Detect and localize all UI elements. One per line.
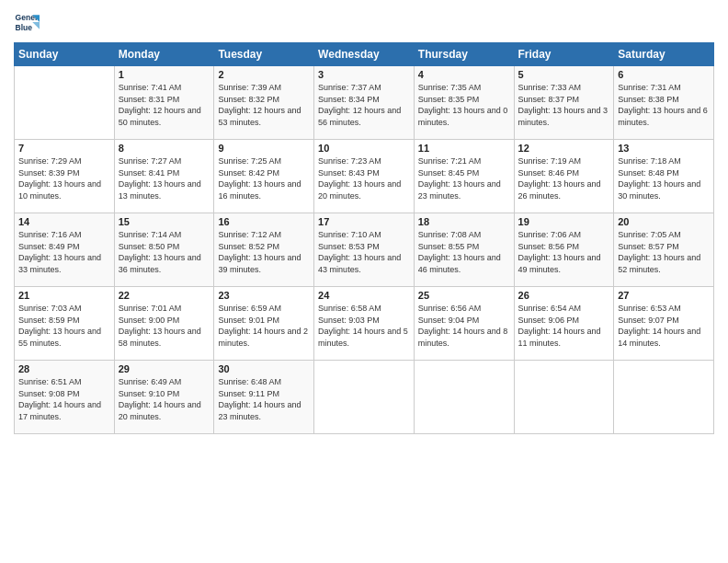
day-number: 1 [119,69,210,80]
logo: General Blue [14,9,41,35]
day-number: 16 [218,216,310,227]
calendar-cell: 20Sunrise: 7:05 AMSunset: 8:57 PMDayligh… [614,213,714,287]
calendar-cell: 13Sunrise: 7:18 AMSunset: 8:48 PMDayligh… [614,140,714,213]
day-info: Sunrise: 7:12 AMSunset: 8:52 PMDaylight:… [218,229,310,275]
calendar-cell: 23Sunrise: 6:59 AMSunset: 9:01 PMDayligh… [214,287,314,361]
calendar-cell: 28Sunrise: 6:51 AMSunset: 9:08 PMDayligh… [15,361,115,434]
day-info: Sunrise: 7:03 AMSunset: 8:59 PMDaylight:… [18,303,110,349]
day-number: 14 [18,216,110,227]
week-row-0: 1Sunrise: 7:41 AMSunset: 8:31 PMDaylight… [15,66,714,140]
calendar-cell: 6Sunrise: 7:31 AMSunset: 8:38 PMDaylight… [614,66,714,140]
calendar-cell: 11Sunrise: 7:21 AMSunset: 8:45 PMDayligh… [414,140,514,213]
day-number: 5 [518,69,610,80]
header-day-friday: Friday [514,43,614,66]
day-info: Sunrise: 6:56 AMSunset: 9:04 PMDaylight:… [418,303,510,349]
day-info: Sunrise: 6:54 AMSunset: 9:06 PMDaylight:… [518,303,610,349]
header-day-saturday: Saturday [614,43,714,66]
logo-icon: General Blue [14,9,40,35]
calendar-cell: 2Sunrise: 7:39 AMSunset: 8:32 PMDaylight… [214,66,314,140]
calendar-cell: 17Sunrise: 7:10 AMSunset: 8:53 PMDayligh… [314,213,415,287]
day-number: 2 [218,69,310,80]
calendar-cell: 12Sunrise: 7:19 AMSunset: 8:46 PMDayligh… [514,140,614,213]
day-number: 27 [618,290,710,301]
day-info: Sunrise: 6:58 AMSunset: 9:03 PMDaylight:… [318,303,410,349]
calendar-header: SundayMondayTuesdayWednesdayThursdayFrid… [15,43,714,66]
day-number: 13 [618,143,710,154]
calendar-cell: 18Sunrise: 7:08 AMSunset: 8:55 PMDayligh… [414,213,514,287]
day-info: Sunrise: 7:10 AMSunset: 8:53 PMDaylight:… [318,229,410,275]
day-info: Sunrise: 7:39 AMSunset: 8:32 PMDaylight:… [218,82,310,128]
calendar-cell [15,66,115,140]
day-info: Sunrise: 7:19 AMSunset: 8:46 PMDaylight:… [518,155,610,201]
calendar-cell: 19Sunrise: 7:06 AMSunset: 8:56 PMDayligh… [514,213,614,287]
calendar-cell: 25Sunrise: 6:56 AMSunset: 9:04 PMDayligh… [414,287,514,361]
day-number: 23 [218,290,310,301]
day-number: 10 [318,143,410,154]
day-number: 18 [418,216,510,227]
calendar-cell: 30Sunrise: 6:48 AMSunset: 9:11 PMDayligh… [214,361,314,434]
header-day-tuesday: Tuesday [214,43,314,66]
page: General Blue SundayMondayTuesdayWednesda… [0,0,728,443]
day-info: Sunrise: 7:35 AMSunset: 8:35 PMDaylight:… [418,82,510,128]
header-day-sunday: Sunday [15,43,115,66]
calendar-cell: 8Sunrise: 7:27 AMSunset: 8:41 PMDaylight… [114,140,214,213]
day-number: 7 [18,143,110,154]
day-info: Sunrise: 7:14 AMSunset: 8:50 PMDaylight:… [119,229,210,275]
day-number: 24 [318,290,410,301]
day-info: Sunrise: 7:06 AMSunset: 8:56 PMDaylight:… [518,229,610,275]
calendar-cell: 14Sunrise: 7:16 AMSunset: 8:49 PMDayligh… [15,213,115,287]
calendar-body: 1Sunrise: 7:41 AMSunset: 8:31 PMDaylight… [15,66,714,434]
calendar-cell: 7Sunrise: 7:29 AMSunset: 8:39 PMDaylight… [15,140,115,213]
calendar-cell: 1Sunrise: 7:41 AMSunset: 8:31 PMDaylight… [114,66,214,140]
calendar-cell: 9Sunrise: 7:25 AMSunset: 8:42 PMDaylight… [214,140,314,213]
calendar-cell: 4Sunrise: 7:35 AMSunset: 8:35 PMDaylight… [414,66,514,140]
calendar-cell: 10Sunrise: 7:23 AMSunset: 8:43 PMDayligh… [314,140,415,213]
day-info: Sunrise: 7:16 AMSunset: 8:49 PMDaylight:… [18,229,110,275]
calendar-cell: 27Sunrise: 6:53 AMSunset: 9:07 PMDayligh… [614,287,714,361]
day-info: Sunrise: 7:31 AMSunset: 8:38 PMDaylight:… [618,82,710,128]
day-number: 25 [418,290,510,301]
header-day-wednesday: Wednesday [314,43,415,66]
day-info: Sunrise: 7:37 AMSunset: 8:34 PMDaylight:… [318,82,410,128]
day-number: 19 [518,216,610,227]
day-info: Sunrise: 7:25 AMSunset: 8:42 PMDaylight:… [218,155,310,201]
day-info: Sunrise: 7:23 AMSunset: 8:43 PMDaylight:… [318,155,410,201]
day-number: 20 [618,216,710,227]
day-number: 3 [318,69,410,80]
day-number: 15 [119,216,210,227]
calendar-cell [314,361,415,434]
calendar-cell: 15Sunrise: 7:14 AMSunset: 8:50 PMDayligh… [114,213,214,287]
day-info: Sunrise: 6:51 AMSunset: 9:08 PMDaylight:… [18,376,110,422]
header: General Blue [14,9,714,35]
day-info: Sunrise: 7:08 AMSunset: 8:55 PMDaylight:… [418,229,510,275]
day-number: 26 [518,290,610,301]
header-day-monday: Monday [114,43,214,66]
calendar-cell [614,361,714,434]
day-number: 6 [618,69,710,80]
day-info: Sunrise: 7:27 AMSunset: 8:41 PMDaylight:… [119,155,210,201]
calendar-cell: 29Sunrise: 6:49 AMSunset: 9:10 PMDayligh… [114,361,214,434]
day-info: Sunrise: 7:01 AMSunset: 9:00 PMDaylight:… [119,303,210,349]
day-number: 8 [119,143,210,154]
svg-text:Blue: Blue [16,23,33,32]
calendar-cell [514,361,614,434]
day-number: 9 [218,143,310,154]
day-number: 4 [418,69,510,80]
day-number: 28 [18,363,110,374]
day-number: 17 [318,216,410,227]
calendar-cell: 24Sunrise: 6:58 AMSunset: 9:03 PMDayligh… [314,287,415,361]
calendar-cell: 22Sunrise: 7:01 AMSunset: 9:00 PMDayligh… [114,287,214,361]
day-info: Sunrise: 7:21 AMSunset: 8:45 PMDaylight:… [418,155,510,201]
day-number: 11 [418,143,510,154]
calendar-cell: 26Sunrise: 6:54 AMSunset: 9:06 PMDayligh… [514,287,614,361]
calendar-cell: 16Sunrise: 7:12 AMSunset: 8:52 PMDayligh… [214,213,314,287]
calendar-cell: 5Sunrise: 7:33 AMSunset: 8:37 PMDaylight… [514,66,614,140]
day-number: 29 [119,363,210,374]
calendar-cell: 3Sunrise: 7:37 AMSunset: 8:34 PMDaylight… [314,66,415,140]
day-info: Sunrise: 7:41 AMSunset: 8:31 PMDaylight:… [119,82,210,128]
day-number: 12 [518,143,610,154]
day-info: Sunrise: 7:33 AMSunset: 8:37 PMDaylight:… [518,82,610,128]
day-info: Sunrise: 7:29 AMSunset: 8:39 PMDaylight:… [18,155,110,201]
week-row-4: 28Sunrise: 6:51 AMSunset: 9:08 PMDayligh… [15,361,714,434]
week-row-3: 21Sunrise: 7:03 AMSunset: 8:59 PMDayligh… [15,287,714,361]
